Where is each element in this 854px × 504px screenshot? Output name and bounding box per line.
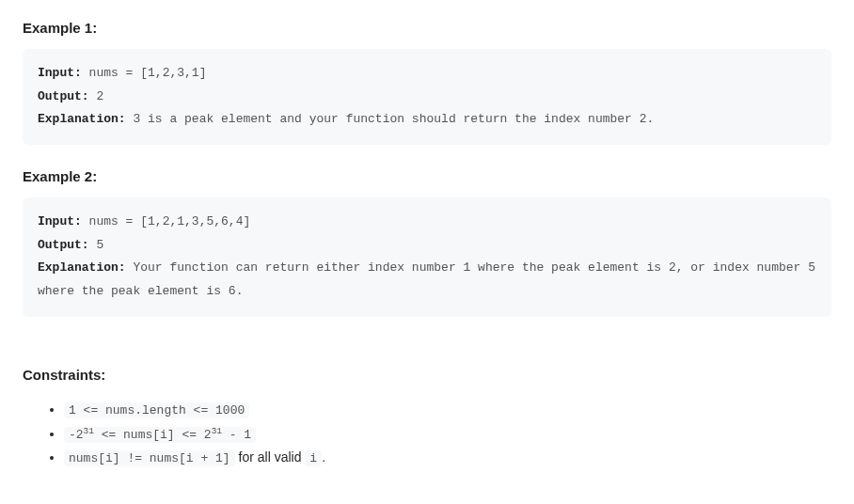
example2-output-line: Output: 5: [38, 234, 816, 258]
explanation-label: Explanation:: [38, 112, 126, 126]
constraint-text: - 1: [222, 428, 251, 442]
constraint-text: <= nums[i] <= 2: [94, 428, 212, 442]
constraint-code: 1 <= nums.length <= 1000: [64, 402, 249, 418]
example2-codeblock: Input: nums = [1,2,1,3,5,6,4] Output: 5 …: [23, 197, 831, 317]
constraint-code: nums[i] != nums[i + 1]: [64, 450, 235, 466]
example1-input-line: Input: nums = [1,2,3,1]: [38, 62, 816, 86]
input-label: Input:: [38, 66, 82, 80]
constraints-list: 1 <= nums.length <= 1000 -231 <= nums[i]…: [23, 398, 831, 470]
constraint-item: 1 <= nums.length <= 1000: [64, 398, 831, 422]
constraint-plain-text: .: [322, 449, 325, 465]
input-label: Input:: [38, 214, 82, 228]
example1-heading: Example 1:: [23, 17, 831, 39]
constraint-sup: 31: [84, 425, 94, 435]
output-label: Output:: [38, 89, 89, 103]
constraint-item: -231 <= nums[i] <= 231 - 1: [64, 422, 831, 447]
example2-heading: Example 2:: [23, 165, 831, 188]
example2-input-line: Input: nums = [1,2,1,3,5,6,4]: [38, 211, 816, 234]
constraint-code: i: [305, 450, 322, 466]
constraint-plain-text: for all valid: [235, 449, 306, 465]
section-gap: [23, 338, 831, 364]
input-value: nums = [1,2,1,3,5,6,4]: [82, 214, 250, 228]
constraint-item: nums[i] != nums[i + 1] for all valid i.: [64, 446, 831, 470]
input-value: nums = [1,2,3,1]: [82, 66, 207, 80]
example2-explanation-line: Explanation: Your function can return ei…: [38, 257, 816, 303]
example1-codeblock: Input: nums = [1,2,3,1] Output: 2 Explan…: [23, 49, 831, 145]
constraint-sup: 31: [212, 425, 222, 435]
constraints-heading: Constraints:: [23, 364, 831, 386]
constraint-code: -231 <= nums[i] <= 231 - 1: [64, 427, 256, 443]
output-value: 5: [89, 238, 104, 252]
example1-output-line: Output: 2: [38, 86, 816, 109]
output-label: Output:: [38, 238, 89, 252]
explanation-value: 3 is a peak element and your function sh…: [126, 112, 655, 126]
explanation-value: Your function can return either index nu…: [38, 260, 815, 298]
explanation-label: Explanation:: [38, 260, 126, 275]
example1-explanation-line: Explanation: 3 is a peak element and you…: [38, 108, 816, 132]
constraint-text: -2: [69, 428, 84, 442]
output-value: 2: [89, 89, 104, 103]
